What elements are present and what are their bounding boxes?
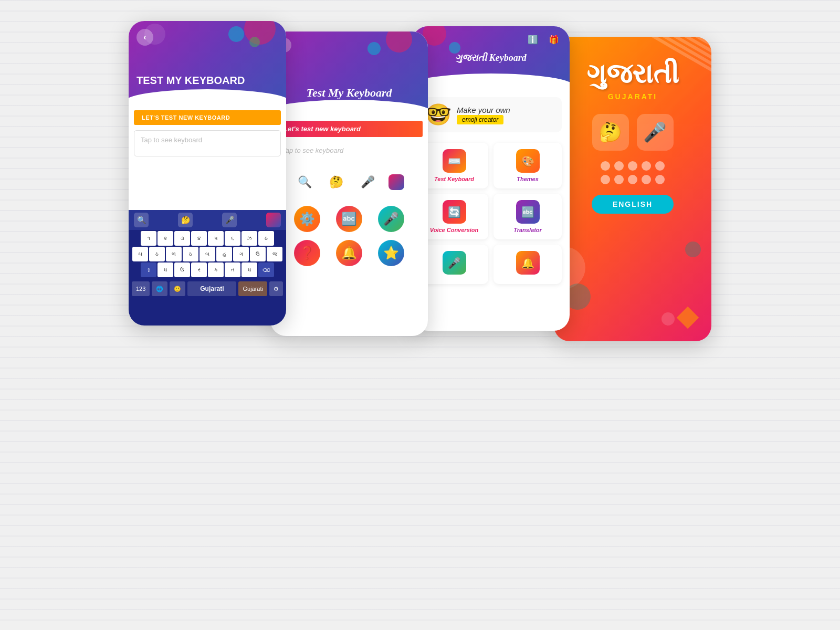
english-button[interactable]: ENGLISH xyxy=(592,195,674,214)
translate-icon[interactable]: 🔤 xyxy=(336,206,362,232)
key[interactable]: ત xyxy=(225,262,240,277)
menu-item-themes[interactable]: 🎨 Themes xyxy=(494,143,562,188)
lang-key[interactable]: Gujarati xyxy=(238,281,267,296)
search-icon[interactable]: 🔍 xyxy=(294,172,315,193)
deco-dot xyxy=(368,42,381,55)
star-icon[interactable]: ⭐ xyxy=(378,240,404,266)
num-key[interactable]: 123 xyxy=(132,281,150,296)
phone2-placeholder: Tap to see keyboard xyxy=(282,146,343,154)
globe-key[interactable]: 🌐 xyxy=(152,281,167,296)
emoji-sub-label: emoji creator xyxy=(457,115,503,124)
settings-icon[interactable]: ⚙️ xyxy=(294,206,320,232)
menu-item-voice[interactable]: 🔄 Voice Conversion xyxy=(420,194,488,239)
phone2-bar: Let's test new keyboard xyxy=(276,121,423,137)
deco-dot xyxy=(249,37,260,47)
key[interactable]: ઠ xyxy=(183,247,198,261)
bell-menu-icon: 🔔 xyxy=(516,251,540,275)
key[interactable]: ઉ xyxy=(174,262,190,277)
phone2-icons-rows: ⚙️ 🔤 🎤 ❓ 🔔 ⭐ xyxy=(270,201,428,271)
bell-icon[interactable]: 🔔 xyxy=(336,240,362,266)
kbd-dot xyxy=(628,175,637,184)
key[interactable]: ૨ xyxy=(158,231,173,246)
phone2-row2: ❓ 🔔 ⭐ xyxy=(281,240,417,266)
key[interactable]: જ xyxy=(267,247,282,261)
phone2-header: ‹ Test My Keyboard xyxy=(270,32,428,116)
key[interactable]: બ xyxy=(200,247,215,261)
gujarati-title: ગુજરાતી xyxy=(586,58,679,90)
key[interactable]: ચ xyxy=(132,247,148,261)
emoji-mic: 🎤 xyxy=(637,114,674,151)
keyboard-keys: ૧ ૨ ૩ ૪ પ ૬ ઝ ઠ ચ ઠ ળ ઠ બ xyxy=(129,230,286,279)
kbd-dot xyxy=(628,161,637,171)
key-row-3: ⇧ ઘ ઉ ર ક ત ઘ ⌫ xyxy=(131,262,284,277)
key[interactable]: ઠ xyxy=(258,231,274,246)
key[interactable]: ગ xyxy=(233,247,249,261)
key[interactable]: હ xyxy=(216,247,232,261)
kbd-dot xyxy=(642,161,651,171)
emoji-key[interactable]: 🙂 xyxy=(170,281,185,296)
screenshots-section: ‹ TEST MY KEYBOARD LET'S TEST NEW KEYBOA… xyxy=(0,0,840,346)
key[interactable]: ળ xyxy=(166,247,182,261)
phone1-placeholder: Tap to see keyboard xyxy=(141,136,202,144)
kbd-dot xyxy=(655,161,665,171)
menu-item-test[interactable]: ⌨️ Test Keyboard xyxy=(420,143,488,188)
shift-key[interactable]: ⇧ xyxy=(141,262,156,277)
phone3-header: ℹ️ 🎁 ગુજરાતી Keyboard xyxy=(412,26,570,89)
deco-dot xyxy=(386,32,412,52)
emoji-thinking: 🤔 xyxy=(592,114,629,151)
phone1-input[interactable]: Tap to see keyboard xyxy=(134,130,281,156)
menu-item-bell[interactable]: 🔔 xyxy=(494,245,562,284)
menu-item-translator[interactable]: 🔤 Translator xyxy=(494,194,562,239)
gift-icon[interactable]: 🎁 xyxy=(546,32,562,47)
phone1-title: TEST MY KEYBOARD xyxy=(129,75,253,87)
color-icon[interactable] xyxy=(266,213,281,227)
delete-key[interactable]: ⌫ xyxy=(258,262,274,277)
thinking-icon[interactable]: 🤔 xyxy=(326,172,346,193)
mic-icon[interactable]: 🎤 xyxy=(357,172,378,193)
key[interactable]: પ xyxy=(208,231,224,246)
phone-card-4: ગુજરાતી GUJARATI 🤔 🎤 xyxy=(554,37,711,341)
kbd-dot xyxy=(614,161,624,171)
deco-dot xyxy=(228,26,244,42)
main-container: ‹ TEST MY KEYBOARD LET'S TEST NEW KEYBOA… xyxy=(0,0,840,630)
emoji-creator-text: Make your own emoji creator xyxy=(457,106,510,124)
info-icon[interactable]: ℹ️ xyxy=(525,32,541,47)
settings-key[interactable]: ⚙ xyxy=(269,281,283,296)
menu-label-translator: Translator xyxy=(513,227,542,233)
menu-label-voice: Voice Conversion xyxy=(430,227,479,233)
key[interactable]: ઘ xyxy=(158,262,173,277)
phone2-input[interactable]: Tap to see keyboard xyxy=(276,142,423,159)
question-icon[interactable]: ❓ xyxy=(294,240,320,266)
deco-dot xyxy=(244,21,276,45)
voice-icon: 🔄 xyxy=(443,200,466,224)
search-icon[interactable]: 🔍 xyxy=(134,213,149,227)
space-key[interactable]: Gujarati xyxy=(187,281,236,296)
deco-dot xyxy=(144,24,165,45)
phone3-title: ગુજરાતી Keyboard xyxy=(455,52,527,64)
key[interactable]: ૧ xyxy=(141,231,156,246)
emoji-creator-banner[interactable]: 🤓 Make your own emoji creator xyxy=(420,97,562,132)
key[interactable]: ઠ xyxy=(149,247,165,261)
mic-menu-icon: 🎤 xyxy=(443,251,466,275)
key[interactable]: ક xyxy=(208,262,224,277)
emoji-icon[interactable]: 🤔 xyxy=(178,213,193,227)
mic-icon[interactable]: 🎤 xyxy=(222,213,237,227)
color-icon[interactable] xyxy=(388,174,404,190)
key[interactable]: ઘ xyxy=(242,262,257,277)
key[interactable]: ૬ xyxy=(225,231,240,246)
keyboard-dots xyxy=(601,161,665,184)
key[interactable]: ૪ xyxy=(191,231,207,246)
menu-item-mic[interactable]: 🎤 xyxy=(420,245,488,284)
key-row-1: ૧ ૨ ૩ ૪ પ ૬ ઝ ઠ xyxy=(131,231,284,246)
key[interactable]: ૩ xyxy=(174,231,190,246)
key[interactable]: ર xyxy=(191,262,207,277)
keyboard-area: 🔍 🤔 🎤 ૧ ૨ ૩ ૪ પ ૬ ઝ ઠ xyxy=(129,210,286,326)
phone1-header: ‹ TEST MY KEYBOARD xyxy=(129,21,286,105)
key[interactable]: ઉ xyxy=(250,247,266,261)
keyboard-bottom: 123 🌐 🙂 Gujarati Gujarati ⚙ xyxy=(129,279,286,298)
key[interactable]: ઝ xyxy=(242,231,257,246)
kbd-dot xyxy=(601,161,610,171)
keyboard-top-row: 🔍 🤔 🎤 xyxy=(129,210,286,230)
mic-icon[interactable]: 🎤 xyxy=(378,206,404,232)
translator-icon: 🔤 xyxy=(516,200,540,224)
